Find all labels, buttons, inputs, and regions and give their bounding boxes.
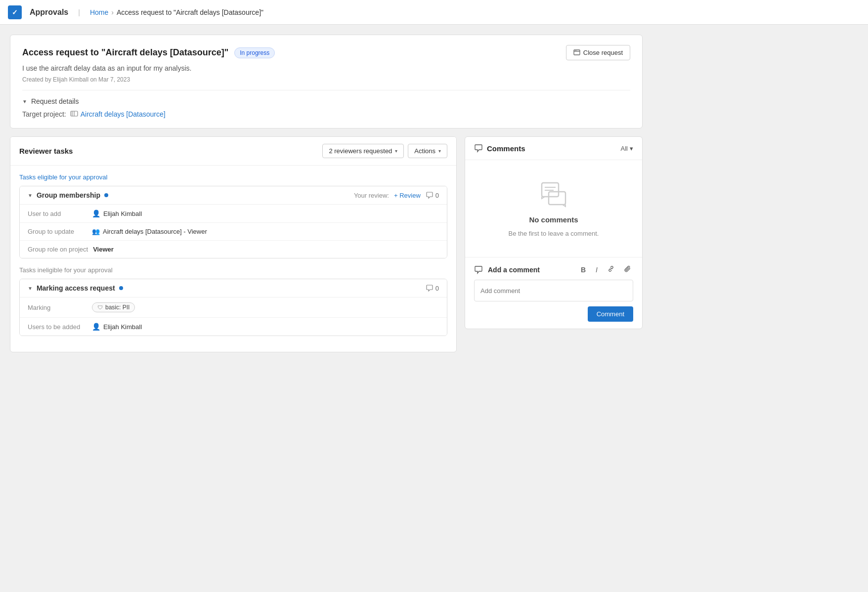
comment-submit-row: Comment (474, 306, 633, 322)
request-card: Access request to "Aircraft delays [Data… (10, 35, 643, 128)
request-description: I use the aircraft delay data as an inpu… (22, 64, 630, 72)
review-link[interactable]: + Review (394, 192, 421, 199)
svg-point-2 (575, 50, 575, 50)
svg-rect-0 (574, 50, 580, 55)
reviewer-tasks-actions: 2 reviewers requested ▾ Actions ▾ (322, 144, 447, 158)
close-request-button[interactable]: Close request (566, 45, 630, 60)
field-value: 🛡 basic: PII (92, 302, 135, 312)
link-icon (608, 265, 614, 272)
field-label: User to add (28, 210, 87, 217)
reviewer-tasks-header: Reviewer tasks 2 reviewers requested ▾ A… (10, 137, 456, 166)
add-comment-header: Add a comment B I (474, 264, 633, 275)
chevron-down-icon: ▼ (22, 99, 27, 104)
no-comments-area: No comments Be the first to leave a comm… (465, 160, 642, 257)
marking-access-task: ▼ Marking access request 0 (19, 279, 447, 336)
target-project-link[interactable]: Aircraft delays [Datasource] (70, 110, 166, 118)
add-comment-section: Add a comment B I (465, 257, 642, 329)
comments-card: Comments All ▾ (465, 136, 643, 329)
chevron-down-icon[interactable]: ▼ (28, 286, 33, 291)
user-icon: 👤 (92, 210, 100, 217)
status-dot (104, 193, 108, 197)
task-group-title: Marking access request (37, 284, 115, 292)
request-meta: Created by Elijah Kimball on Mar 7, 2023 (22, 76, 630, 83)
all-filter-dropdown[interactable]: All ▾ (621, 145, 633, 152)
task-group-title: Group membership (37, 191, 100, 199)
nav-divider: | (78, 8, 80, 16)
attach-button[interactable] (622, 264, 633, 275)
link-button[interactable] (606, 264, 616, 275)
comments-panel: Comments All ▾ (465, 136, 643, 329)
breadcrumb-sep: › (111, 8, 114, 16)
table-row: User to add 👤 Elijah Kimball (20, 205, 447, 223)
field-value: 👤 Elijah Kimball (92, 323, 142, 331)
field-value: 👤 Elijah Kimball (92, 210, 142, 217)
field-label: Group role on project (28, 246, 88, 253)
table-row: Group to update 👥 Aircraft delays [Datas… (20, 223, 447, 241)
svg-point-3 (576, 50, 576, 50)
datasource-icon (70, 111, 78, 118)
group-membership-task: ▼ Group membership Your review: + Review (19, 186, 447, 258)
group-icon: 👥 (92, 228, 100, 235)
ineligible-label: Tasks ineligible for your approval (19, 266, 447, 274)
chevron-down-icon: ▾ (438, 148, 441, 154)
actions-button[interactable]: Actions ▾ (408, 144, 447, 158)
main-content: Access request to "Aircraft delays [Data… (0, 25, 652, 362)
comment-count: 0 (426, 284, 439, 292)
app-icon: ✓ (8, 5, 22, 19)
comment-submit-button[interactable]: Comment (588, 306, 633, 322)
italic-button[interactable]: I (594, 265, 600, 275)
eligible-label: Tasks eligible for your approval (19, 173, 447, 181)
breadcrumb-current: Access request to "Aircraft delays [Data… (117, 8, 263, 16)
chat-icon (474, 144, 483, 153)
breadcrumb-home[interactable]: Home (90, 8, 108, 16)
marking-badge: 🛡 basic: PII (92, 302, 135, 312)
no-comments-sub: Be the first to leave a comment. (509, 230, 599, 237)
field-value: Viewer (93, 246, 114, 253)
no-comments-icon (538, 180, 569, 210)
add-comment-label: Add a comment (488, 266, 540, 274)
svg-rect-10 (549, 192, 565, 205)
comment-icon (426, 284, 434, 292)
comment-icon (426, 191, 434, 199)
target-label: Target project: (22, 110, 66, 118)
top-bar: ✓ Approvals | Home › Access request to "… (0, 0, 868, 25)
table-row: Users to be added 👤 Elijah Kimball (20, 318, 447, 336)
task-group-header: ▼ Marking access request 0 (20, 279, 447, 297)
details-toggle[interactable]: ▼ Request details (22, 97, 630, 105)
comment-count: 0 (426, 191, 439, 199)
field-value: 👥 Aircraft delays [Datasource] - Viewer (92, 228, 207, 235)
details-body: Target project: Aircraft delays [Datasou… (22, 110, 630, 118)
field-label: Users to be added (28, 323, 87, 331)
chevron-down-icon[interactable]: ▼ (28, 193, 33, 198)
request-title-row: Access request to "Aircraft delays [Data… (22, 47, 275, 58)
no-comments-title: No comments (529, 215, 578, 224)
task-group-title-row: ▼ Marking access request (28, 284, 123, 292)
reviewers-requested-button[interactable]: 2 reviewers requested ▾ (322, 144, 404, 158)
bold-button[interactable]: B (579, 265, 588, 275)
chevron-down-icon: ▾ (630, 145, 633, 152)
field-label: Group to update (28, 228, 87, 235)
user-icon: 👤 (92, 323, 100, 331)
task-group-actions: 0 (426, 284, 439, 292)
table-row: Group role on project Viewer (20, 241, 447, 258)
comments-title: Comments (487, 144, 525, 153)
request-title: Access request to "Aircraft delays [Data… (22, 47, 228, 58)
comments-header: Comments All ▾ (465, 137, 642, 160)
status-dot (119, 286, 123, 290)
attach-icon (624, 265, 631, 272)
comment-toolbar: B I (579, 264, 633, 275)
chevron-down-icon: ▾ (395, 148, 397, 154)
request-details-section: ▼ Request details Target project: Aircra… (22, 90, 630, 118)
reviewer-tasks-panel: Reviewer tasks 2 reviewers requested ▾ A… (10, 136, 457, 352)
table-row: Marking 🛡 basic: PII (20, 297, 447, 318)
comment-input[interactable] (474, 280, 633, 301)
app-title: Approvals (30, 8, 68, 17)
comment-add-icon (474, 265, 483, 274)
task-group-title-row: ▼ Group membership (28, 191, 108, 199)
review-label: Your review: (354, 192, 389, 199)
reviewer-tasks-card: Reviewer tasks 2 reviewers requested ▾ A… (10, 136, 457, 352)
comments-title-row: Comments (474, 144, 525, 153)
shield-icon: 🛡 (97, 304, 103, 310)
close-icon (573, 49, 580, 56)
reviewer-tasks-body: Tasks eligible for your approval ▼ Group… (10, 166, 456, 352)
